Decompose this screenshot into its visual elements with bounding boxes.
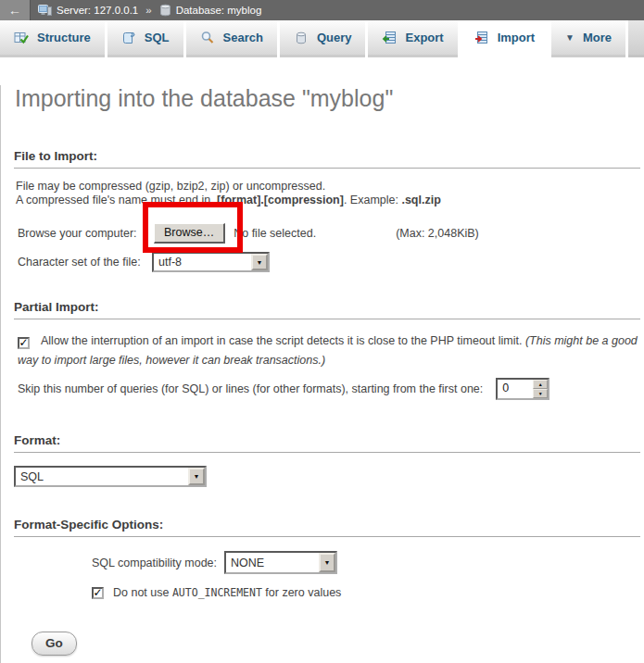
help-example: .sql.zip — [401, 194, 440, 206]
tab-bar: Structure SQL Search Query — [0, 20, 644, 57]
section-heading-format: Format: — [14, 433, 640, 453]
auto-increment-label-prefix: Do not use — [113, 586, 172, 599]
browse-button[interactable]: Browse… — [154, 223, 225, 244]
allow-interrupt-label: Allow the interruption of an import in c… — [41, 334, 525, 347]
search-icon — [200, 31, 215, 45]
auto-increment-checkbox[interactable]: ✓ — [92, 587, 104, 599]
sql-compatibility-select-arrow-icon[interactable]: ▼ — [319, 553, 335, 572]
max-size-note: (Max: 2,048KiB) — [396, 227, 479, 240]
stepper-down-icon[interactable]: ▼ — [533, 389, 548, 398]
import-icon — [474, 31, 489, 45]
back-button[interactable]: ← — [0, 0, 31, 20]
tab-import[interactable]: Import — [461, 20, 549, 57]
no-file-selected-text: No file selected. — [234, 227, 316, 240]
tab-label: Query — [317, 31, 352, 44]
breadcrumb: Server: 127.0.0.1 » Database: myblog — [38, 4, 261, 17]
format-select-arrow-icon[interactable]: ▼ — [188, 468, 205, 485]
import-page: Importing into the database "myblog" Fil… — [0, 85, 644, 663]
section-heading-format-specific-options: Format-Specific Options: — [14, 518, 640, 537]
charset-row: Character set of the file: utf-8 ▼ — [18, 252, 644, 272]
tab-more[interactable]: ▼ More — [551, 20, 625, 57]
tab-label: Structure — [37, 31, 91, 44]
allow-interrupt-row: ✓Allow the interruption of an import in … — [18, 332, 640, 370]
browse-label: Browse your computer: — [18, 227, 154, 240]
charset-label: Character set of the file: — [18, 256, 152, 269]
tab-search[interactable]: Search — [186, 20, 277, 57]
tab-structure[interactable]: Structure — [0, 20, 105, 57]
database-icon — [159, 4, 171, 17]
help-line1: File may be compressed (gzip, bzip2, zip… — [16, 180, 325, 193]
auto-increment-row: ✓ Do not use AUTO_INCREMENT for zero val… — [92, 585, 644, 600]
section-heading-partial-import: Partial Import: — [14, 300, 640, 319]
tab-sql[interactable]: SQL — [107, 20, 183, 57]
skip-queries-stepper[interactable]: 0 ▲ ▼ — [496, 378, 549, 400]
format-select[interactable]: SQL ▼ — [14, 466, 207, 487]
sql-compatibility-selected-value: NONE — [231, 557, 264, 569]
tab-label: SQL — [145, 31, 170, 44]
help-format-pattern: .[format].[compression] — [214, 194, 344, 206]
skip-queries-label: Skip this number of queries (for SQL) or… — [18, 382, 483, 395]
tab-query[interactable]: Query — [280, 20, 366, 57]
format-selected-value: SQL — [20, 470, 44, 483]
breadcrumb-bar: ← Server: 127.0.0.1 » Database: myblog — [0, 0, 644, 20]
sql-compatibility-row: SQL compatibility mode: NONE ▼ — [92, 551, 644, 574]
tab-export[interactable]: Export — [368, 20, 457, 57]
page-title: Importing into the database "myblog" — [15, 85, 644, 112]
export-icon — [382, 31, 397, 45]
tab-bar-filler — [628, 20, 644, 57]
sql-compatibility-label: SQL compatibility mode: — [92, 557, 217, 569]
checkmark-icon: ✓ — [19, 337, 28, 348]
auto-increment-label: Do not use AUTO_INCREMENT for zero value… — [113, 586, 341, 599]
charset-selected-value: utf-8 — [158, 256, 182, 269]
query-icon — [294, 31, 309, 45]
section-heading-file-to-import: File to Import: — [14, 149, 640, 169]
sql-icon — [121, 31, 136, 45]
auto-increment-label-suffix: for zero values — [262, 586, 341, 599]
breadcrumb-server[interactable]: Server: 127.0.0.1 — [57, 5, 138, 16]
skip-queries-row: Skip this number of queries (for SQL) or… — [18, 378, 644, 400]
charset-select[interactable]: utf-8 ▼ — [152, 252, 270, 272]
allow-interrupt-checkbox[interactable]: ✓ — [18, 337, 30, 349]
tab-label: Search — [223, 31, 263, 44]
breadcrumb-separator: » — [145, 5, 151, 16]
stepper-up-icon[interactable]: ▲ — [533, 380, 548, 389]
skip-queries-value: 0 — [498, 380, 533, 398]
checkmark-icon: ✓ — [93, 587, 102, 598]
compression-help-text: File may be compressed (gzip, bzip2, zip… — [16, 180, 631, 207]
breadcrumb-database[interactable]: Database: myblog — [176, 5, 262, 16]
stepper-buttons: ▲ ▼ — [533, 380, 548, 398]
tab-label: More — [583, 31, 612, 44]
go-button[interactable]: Go — [32, 632, 77, 656]
help-line2-mid: . Example: — [344, 194, 402, 206]
tab-label: Export — [405, 31, 443, 44]
tab-label: Import — [498, 31, 535, 44]
auto-increment-keyword: AUTO_INCREMENT — [172, 586, 262, 599]
help-line2-prefix: A compressed file's name must end in — [16, 194, 214, 206]
chevron-down-icon: ▼ — [565, 32, 575, 43]
sql-compatibility-select[interactable]: NONE ▼ — [224, 551, 337, 574]
file-upload-row: Browse your computer: Browse… No file se… — [18, 222, 644, 244]
structure-icon — [14, 31, 29, 45]
back-arrow-icon: ← — [8, 3, 21, 18]
charset-select-arrow-icon[interactable]: ▼ — [251, 254, 268, 270]
server-icon — [38, 4, 52, 17]
